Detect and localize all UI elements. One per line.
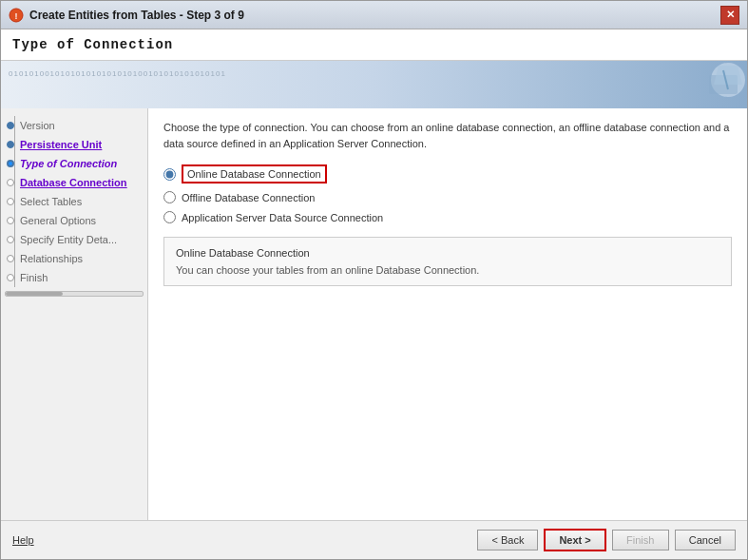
radio-online-label-box: Online Database Connection [182, 164, 327, 183]
sidebar-dot-select-tables [7, 198, 14, 205]
radio-online-label[interactable]: Online Database Connection [187, 168, 321, 180]
sidebar-item-finish: Finish [1, 268, 147, 287]
sidebar-label-relationships: Relationships [20, 253, 83, 264]
radio-offline[interactable] [163, 191, 176, 203]
dialog: ! Create Entities from Tables - Step 3 o… [0, 0, 748, 560]
title-bar: ! Create Entities from Tables - Step 3 o… [1, 1, 747, 29]
footer-left: Help [12, 534, 34, 546]
sidebar: Version Persistence Unit Type of Connect… [1, 108, 148, 520]
sidebar-label-persistence-unit: Persistence Unit [20, 139, 102, 150]
sidebar-item-type-of-connection[interactable]: Type of Connection [1, 154, 147, 173]
sidebar-item-general-options: General Options [1, 211, 147, 230]
banner: 0101010010101010101010101001010101010101… [1, 61, 747, 108]
info-box: Online Database Connection You can choos… [163, 237, 732, 286]
radio-offline-label[interactable]: Offline Database Connection [182, 192, 315, 203]
sidebar-item-database-connection[interactable]: Database Connection [1, 173, 147, 192]
page-title: Type of Connection [12, 37, 173, 52]
sidebar-label-select-tables: Select Tables [20, 196, 82, 207]
close-button[interactable]: ✕ [720, 6, 739, 25]
sidebar-label-specify-entity-details: Specify Entity Deta... [20, 234, 117, 245]
radio-online[interactable] [163, 168, 176, 181]
sidebar-dot-finish [7, 274, 14, 281]
sidebar-item-relationships: Relationships [1, 249, 147, 268]
dialog-icon: ! [9, 8, 24, 23]
finish-button[interactable]: Finish [612, 530, 669, 550]
sidebar-dot-version [7, 122, 14, 129]
back-button[interactable]: < Back [477, 530, 538, 550]
description-text: Choose the type of connection. You can c… [163, 120, 732, 151]
radio-item-offline[interactable]: Offline Database Connection [163, 191, 732, 203]
info-box-title: Online Database Connection [176, 247, 719, 259]
sidebar-label-finish: Finish [20, 272, 48, 283]
next-button[interactable]: Next > [544, 529, 605, 551]
sidebar-dot-relationships [7, 255, 14, 262]
sidebar-label-database-connection: Database Connection [20, 177, 126, 188]
content-area: Choose the type of connection. You can c… [148, 108, 747, 520]
sidebar-label-type-of-connection: Type of Connection [20, 158, 117, 169]
footer-right: < Back Next > Finish Cancel [477, 529, 736, 551]
radio-appserver[interactable] [163, 211, 176, 223]
svg-marker-4 [714, 66, 742, 85]
help-button[interactable]: Help [12, 534, 34, 546]
radio-group: Online Database Connection Offline Datab… [163, 164, 732, 223]
banner-decoration [557, 61, 747, 108]
dialog-title: Create Entities from Tables - Step 3 of … [29, 9, 244, 22]
main-area: Version Persistence Unit Type of Connect… [1, 108, 747, 520]
title-bar-left: ! Create Entities from Tables - Step 3 o… [9, 8, 244, 23]
sidebar-dot-database-connection [7, 179, 14, 186]
page-title-bar: Type of Connection [1, 29, 747, 61]
sidebar-item-version[interactable]: Version [1, 116, 147, 135]
sidebar-wrapper: Version Persistence Unit Type of Connect… [1, 116, 147, 287]
sidebar-label-version: Version [20, 120, 55, 131]
sidebar-dot-specify-entity-details [7, 236, 14, 243]
sidebar-item-persistence-unit[interactable]: Persistence Unit [1, 135, 147, 154]
sidebar-dot-general-options [7, 217, 14, 224]
info-box-content: You can choose your tables from an onlin… [176, 264, 719, 276]
sidebar-dot-persistence-unit [7, 141, 14, 148]
radio-item-appserver[interactable]: Application Server Data Source Connectio… [163, 211, 732, 223]
cancel-button[interactable]: Cancel [675, 530, 736, 550]
radio-appserver-label[interactable]: Application Server Data Source Connectio… [182, 212, 383, 223]
svg-text:!: ! [15, 11, 18, 21]
radio-item-online[interactable]: Online Database Connection [163, 164, 732, 183]
sidebar-label-general-options: General Options [20, 215, 96, 226]
footer: Help < Back Next > Finish Cancel [1, 520, 747, 559]
sidebar-item-select-tables: Select Tables [1, 192, 147, 211]
sidebar-scrollbar-thumb [6, 292, 63, 296]
sidebar-item-specify-entity-details: Specify Entity Deta... [1, 230, 147, 249]
sidebar-scrollbar[interactable] [5, 291, 144, 297]
sidebar-dot-type-of-connection [7, 160, 14, 167]
